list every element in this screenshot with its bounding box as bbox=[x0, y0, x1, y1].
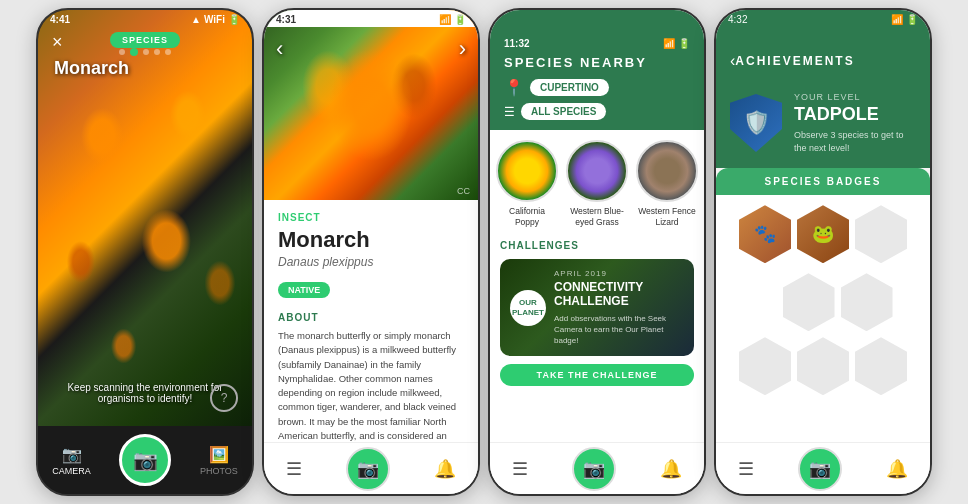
bell-icon-3[interactable]: 🔔 bbox=[660, 458, 682, 480]
status-time-1: 4:41 bbox=[50, 14, 70, 25]
dot-5[interactable] bbox=[165, 49, 171, 55]
badge-4 bbox=[783, 273, 835, 331]
achievements-title: ACHIEVEMENTS bbox=[735, 54, 854, 68]
location-row: 📍 CUPERTINO bbox=[504, 78, 690, 97]
bottom-navigation-3: ☰ 📷 🔔 bbox=[490, 442, 704, 494]
phone-screen-achievements: 4:32 📶🔋 ‹ ACHIEVEMENTS 🛡️ YOUR LEVEL TAD… bbox=[714, 8, 932, 496]
badge-3 bbox=[855, 205, 907, 263]
nearby-title: SPECIES NEARBY bbox=[504, 55, 690, 70]
camera-button-3[interactable]: 📷 bbox=[572, 447, 616, 491]
level-description: Observe 3 species to get to the next lev… bbox=[794, 129, 916, 154]
bottom-navigation-2: ☰ 📷 🔔 bbox=[264, 442, 478, 494]
species-item-grass[interactable]: Western Blue-eyed Grass bbox=[566, 140, 628, 228]
challenge-card: OURPLANET APRIL 2019 CONNECTIVITY CHALLE… bbox=[500, 259, 694, 356]
help-button[interactable]: ? bbox=[210, 384, 238, 412]
dot-4[interactable] bbox=[154, 49, 160, 55]
menu-icon-4[interactable]: ☰ bbox=[738, 458, 754, 480]
detected-species-name: Monarch bbox=[54, 58, 129, 79]
menu-icon-2[interactable]: ☰ bbox=[286, 458, 302, 480]
challenge-date: APRIL 2019 bbox=[554, 269, 684, 278]
status-time-2: 4:31 bbox=[276, 14, 296, 25]
badge-5-shape bbox=[841, 273, 893, 331]
photos-tab-icon: 🖼️ bbox=[209, 445, 229, 464]
species-item-lizard[interactable]: Western FenceLizard bbox=[636, 140, 698, 228]
badge-6 bbox=[739, 337, 791, 395]
camera-tab-icon: 📷 bbox=[62, 445, 82, 464]
badge-1-shape: 🐾 bbox=[739, 205, 791, 263]
challenge-info: APRIL 2019 CONNECTIVITY CHALLENGE Add ob… bbox=[554, 269, 684, 346]
tab-camera[interactable]: 📷 CAMERA bbox=[52, 445, 91, 476]
species-detail-content: INSECT Monarch Danaus plexippus NATIVE A… bbox=[264, 200, 478, 442]
poppy-image bbox=[496, 140, 558, 202]
next-image-button[interactable]: › bbox=[459, 36, 466, 62]
phone-screen-nearby: 11:32 📶 🔋 SPECIES NEARBY 📍 CUPERTINO ☰ A… bbox=[488, 8, 706, 496]
nearby-content: CaliforniaPoppy Western Blue-eyed Grass … bbox=[490, 130, 704, 442]
camera-icon-2: 📷 bbox=[357, 458, 379, 480]
species-item-poppy[interactable]: CaliforniaPoppy bbox=[496, 140, 558, 228]
status-icons-1: ▲ WiFi 🔋 bbox=[191, 14, 240, 25]
challenges-section: CHALLENGES OURPLANET APRIL 2019 CONNECTI… bbox=[500, 240, 694, 386]
menu-icon-3[interactable]: ☰ bbox=[512, 458, 528, 480]
dot-2[interactable] bbox=[130, 48, 138, 56]
challenge-title: CONNECTIVITY CHALLENGE bbox=[554, 280, 684, 309]
level-shield: 🛡️ bbox=[730, 94, 782, 152]
badge-5 bbox=[841, 273, 893, 331]
dot-1[interactable] bbox=[119, 49, 125, 55]
close-button[interactable]: × bbox=[52, 32, 63, 53]
achievements-header: 4:32 📶🔋 ‹ ACHIEVEMENTS bbox=[716, 10, 930, 82]
filter-icon: ☰ bbox=[504, 105, 515, 119]
badges-title: SPECIES BADGES bbox=[730, 176, 916, 187]
camera-button-2[interactable]: 📷 bbox=[346, 447, 390, 491]
species-grid: CaliforniaPoppy Western Blue-eyed Grass … bbox=[500, 140, 694, 228]
badge-2-icon: 🐸 bbox=[812, 223, 834, 245]
camera-icon-4: 📷 bbox=[809, 458, 831, 480]
badge-4-shape bbox=[783, 273, 835, 331]
badge-2[interactable]: 🐸 bbox=[797, 205, 849, 263]
about-text: The monarch butterfly or simply monarch … bbox=[278, 329, 464, 442]
challenge-description: Add observations with the Seek Camera to… bbox=[554, 313, 684, 347]
badges-section: SPECIES BADGES 🐾 🐸 bbox=[716, 168, 930, 442]
camera-icon-3: 📷 bbox=[583, 458, 605, 480]
prev-image-button[interactable]: ‹ bbox=[276, 36, 283, 62]
camera-button-4[interactable]: 📷 bbox=[798, 447, 842, 491]
species-common-name: Monarch bbox=[278, 227, 464, 253]
badges-section-header: SPECIES BADGES bbox=[716, 168, 930, 195]
lizard-image bbox=[636, 140, 698, 202]
all-species-filter[interactable]: ALL SPECIES bbox=[521, 103, 606, 120]
phone-screen-camera: 4:41 ▲ WiFi 🔋 × SPECIES Monarch bbox=[36, 8, 254, 496]
status-bar-1: 4:41 ▲ WiFi 🔋 bbox=[38, 10, 252, 27]
tab-photos[interactable]: 🖼️ PHOTOS bbox=[200, 445, 238, 476]
location-text: CUPERTINO bbox=[540, 82, 599, 93]
badge-2-shape: 🐸 bbox=[797, 205, 849, 263]
location-pin-icon: 📍 bbox=[504, 78, 524, 97]
about-title: ABOUT bbox=[278, 312, 464, 323]
bottom-navigation-1: 📷 CAMERA 📷 🖼️ PHOTOS bbox=[38, 426, 252, 494]
bell-icon-4[interactable]: 🔔 bbox=[886, 458, 908, 480]
badges-row-1: 🐾 🐸 bbox=[739, 205, 907, 263]
species-hero-image: ‹ › CC bbox=[264, 10, 478, 200]
level-name: TADPOLE bbox=[794, 104, 916, 125]
badges-row-2 bbox=[783, 273, 893, 331]
species-category: INSECT bbox=[278, 212, 464, 223]
your-level-label: YOUR LEVEL bbox=[794, 92, 916, 102]
camera-icon: 📷 bbox=[133, 448, 158, 472]
challenge-logo: OURPLANET bbox=[510, 290, 546, 326]
lizard-name: Western FenceLizard bbox=[638, 206, 695, 228]
location-badge[interactable]: CUPERTINO bbox=[530, 79, 609, 96]
bell-icon-2[interactable]: 🔔 bbox=[434, 458, 456, 480]
badge-1-icon: 🐾 bbox=[754, 223, 776, 245]
nearby-header: 11:32 📶 🔋 SPECIES NEARBY 📍 CUPERTINO ☰ A… bbox=[490, 10, 704, 130]
bottom-navigation-4: ☰ 📷 🔔 bbox=[716, 442, 930, 494]
capture-button[interactable]: 📷 bbox=[119, 434, 171, 486]
status-time-3: 11:32 bbox=[504, 38, 530, 49]
image-navigation: ‹ › bbox=[264, 36, 478, 62]
badges-row-3 bbox=[739, 337, 907, 395]
badge-1[interactable]: 🐾 bbox=[739, 205, 791, 263]
badges-grid: 🐾 🐸 bbox=[716, 195, 930, 409]
dot-3[interactable] bbox=[143, 49, 149, 55]
challenges-title: CHALLENGES bbox=[500, 240, 694, 251]
badge-8 bbox=[855, 337, 907, 395]
take-challenge-button[interactable]: TAKE THE CHALLENGE bbox=[500, 364, 694, 386]
badge-7 bbox=[797, 337, 849, 395]
badge-7-shape bbox=[797, 337, 849, 395]
